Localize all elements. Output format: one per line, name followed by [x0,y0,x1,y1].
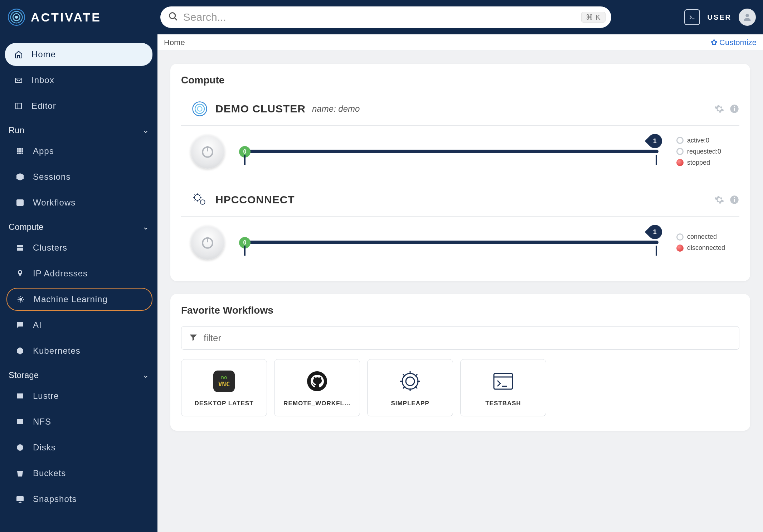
svg-point-53 [406,377,414,386]
compute-slider[interactable]: 0 1 [239,226,662,258]
bucket-icon [15,469,25,478]
svg-text:VNC: VNC [218,380,230,388]
svg-rect-14 [19,150,21,152]
terminal-icon[interactable] [684,9,700,25]
svg-point-4 [169,13,175,19]
pin-icon [15,269,25,278]
svg-rect-18 [21,153,23,154]
customize-link[interactable]: ✿ Customize [711,38,757,47]
breadcrumb[interactable]: Home [164,38,185,47]
sidebar-item-apps[interactable]: Apps [6,140,152,163]
sidebar-section-compute[interactable]: Compute ⌄ [5,217,152,236]
filter-bar[interactable] [181,326,739,350]
workflow-label: REMOTE_WORKFL… [283,400,351,407]
workflow-card-desktop-latest[interactable]: noVNC DESKTOP LATEST [181,359,267,416]
gear-icon[interactable] [714,195,724,205]
svg-rect-21 [17,248,23,250]
workflow-card-testbash[interactable]: TESTBASH [460,359,546,416]
sidebar-item-inbox[interactable]: Inbox [5,69,152,92]
compute-slider[interactable]: 0 1 [239,135,662,168]
sidebar-item-label: NFS [33,417,51,427]
sidebar-section-run[interactable]: Run ⌄ [5,120,152,140]
svg-rect-31 [17,497,23,501]
home-icon [14,50,24,59]
gears-icon [190,190,209,209]
sidebar-item-disks[interactable]: Disks [6,436,152,459]
power-button[interactable] [190,134,225,169]
svg-rect-12 [21,148,23,150]
sidebar-item-lustre[interactable]: Lustre [6,385,152,407]
sidebar-item-label: Apps [33,146,54,156]
monitor-icon [15,495,25,503]
sidebar-item-home[interactable]: Home [5,43,152,66]
search-bar[interactable]: ⌘ K [160,6,611,28]
filter-icon [189,333,198,343]
sidebar-item-editor[interactable]: Editor [5,95,152,117]
svg-point-30 [19,447,21,448]
sidebar-item-buckets[interactable]: Buckets [6,462,152,485]
sidebar-item-workflows[interactable]: Workflows [6,191,152,214]
workflow-card-remote-workflow[interactable]: REMOTE_WORKFL… [274,359,360,416]
svg-point-43 [200,200,205,204]
status-badge: active:0 [676,137,730,144]
sidebar-item-label: Inbox [31,75,54,85]
k8s-icon [15,347,25,355]
compute-meta: name: demo [312,104,360,114]
disk-icon [15,417,25,426]
svg-point-7 [745,14,749,17]
sidebar-item-ip-addresses[interactable]: IP Addresses [6,262,152,285]
brand-logo[interactable]: ACTIVATE [7,8,101,26]
search-shortcut: ⌘ K [581,12,606,23]
info-icon[interactable] [729,195,739,205]
sidebar-section-storage[interactable]: Storage ⌄ [5,365,152,385]
sidebar-item-nfs[interactable]: NFS [6,410,152,433]
sidebar-item-label: Disks [33,442,56,453]
svg-point-3 [15,16,18,19]
flow-icon [15,198,25,207]
slider-pin[interactable]: 1 [645,131,665,151]
sidebar-item-label: Lustre [33,391,59,401]
terminal-icon [490,368,516,394]
workflow-label: TESTBASH [485,400,521,407]
grid-icon [15,147,25,155]
swirl-icon [7,8,26,26]
panel-title: Favorite Workflows [181,305,739,316]
svg-rect-26 [17,396,23,398]
slider-pin[interactable]: 1 [645,222,665,242]
user-label[interactable]: USER [707,13,732,21]
sidebar: Home Inbox Editor Run ⌄ Apps Sessions [0,34,157,532]
github-icon [304,368,330,394]
chevron-down-icon: ⌄ [142,126,149,135]
compute-card: HPCCONNECT 0 [181,178,739,267]
sidebar-item-label: AI [33,320,42,330]
sidebar-item-kubernetes[interactable]: Kubernetes [6,339,152,362]
power-button[interactable] [190,225,225,260]
drive-icon [15,443,25,452]
inbox-icon [14,76,24,84]
sidebar-item-clusters[interactable]: Clusters [6,236,152,259]
gear-icon[interactable] [714,104,724,114]
avatar[interactable] [739,9,756,26]
sidebar-item-label: Sessions [33,172,71,182]
status-badge: stopped [676,159,730,166]
svg-rect-15 [21,150,23,152]
search-input[interactable] [183,11,576,23]
sidebar-item-ai[interactable]: AI [6,314,152,337]
compute-panel: Compute DEMO CLUSTER name: demo [170,64,750,281]
svg-rect-17 [19,153,21,154]
sidebar-item-machine-learning[interactable]: Machine Learning [6,288,152,311]
workflow-card-simpleapp[interactable]: SIMPLEAPP [367,359,453,416]
gear-icon [397,368,423,394]
sidebar-item-snapshots[interactable]: Snapshots [6,488,152,511]
svg-rect-13 [17,150,19,152]
sidebar-item-sessions[interactable]: Sessions [6,165,152,188]
compute-name[interactable]: DEMO CLUSTER [215,103,306,115]
svg-rect-10 [17,148,19,150]
filter-input[interactable] [204,333,732,344]
svg-rect-38 [734,108,735,111]
info-icon[interactable] [729,104,739,114]
compute-card: DEMO CLUSTER name: demo [181,96,739,176]
compute-name[interactable]: HPCCONNECT [215,194,295,206]
stack-icon [15,243,25,252]
chat-icon [15,321,25,329]
